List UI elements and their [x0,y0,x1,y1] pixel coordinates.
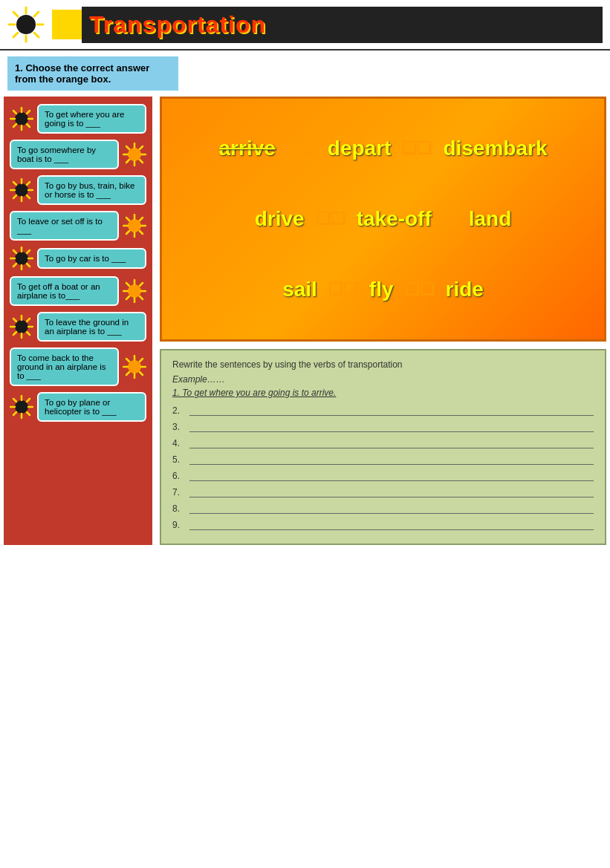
rewrite-title: Rewrite the sentences by using the verbs… [172,359,594,370]
svg-line-86 [13,399,16,402]
sun-icon-4 [123,214,146,238]
svg-line-15 [27,124,30,127]
clue-card-1: To get where you are going is to ___ [37,104,146,134]
vocab-word-disembark: disembark [443,137,547,160]
svg-line-79 [140,359,143,362]
instructions-text: Choose the correct answer from the orang… [15,62,149,85]
svg-line-53 [13,264,16,267]
rewrite-example-line: 1. To get where you are going is to arri… [172,388,594,398]
rewrite-line-3: 3. [172,420,594,432]
header-yellow-box [52,10,82,39]
svg-line-25 [140,146,143,149]
clue-card-2: To go somewhere by boat is to ___ [10,140,119,169]
svg-line-32 [13,182,16,185]
clue-item-9: To go by plane or helicopter is to ___ [10,392,146,422]
svg-line-41 [126,218,129,221]
clue-card-7: To leave the ground in an airplane is to… [37,312,146,342]
svg-line-26 [126,160,129,163]
svg-line-6 [34,33,39,37]
rewrite-example-label: Example…… [172,374,594,385]
svg-line-68 [13,319,16,322]
svg-line-44 [126,231,129,234]
svg-line-33 [27,195,30,198]
svg-line-5 [13,12,18,16]
clue-item-8: To come back to the ground in an airplan… [10,347,146,386]
clue-item-6: To get off a boat or an airplane is to__… [10,276,146,306]
rewrite-line-5: 5. [172,453,594,465]
vocab-word-takeoff: take-off [357,207,432,231]
header-sun-icon [7,6,45,43]
svg-line-35 [13,195,16,198]
main-layout: To get where you are going is to ___ To … [0,97,610,545]
rewrite-line-7: 7. [172,486,594,497]
vocab-word-depart: depart [328,137,392,160]
vocab-word-arrive: arrive [219,137,276,160]
clue-card-9: To go by plane or helicopter is to ___ [37,392,146,422]
svg-line-17 [13,124,16,127]
svg-line-70 [27,319,30,322]
clue-item-7: To leave the ground in an airplane is to… [10,312,146,342]
svg-line-71 [13,332,16,335]
svg-line-7 [34,12,39,16]
page-header: Transportation [0,0,610,50]
rewrite-line-6: 6. [172,469,594,481]
clue-item-3: To go by bus, train, bike or horse is to… [10,175,146,205]
svg-line-80 [126,372,129,375]
clue-item-4: To leave or set off is to ___ [10,211,146,241]
sun-icon-8 [123,355,146,379]
vocab-word-ride: ride [446,278,484,301]
rewrite-line-4: 4. [172,437,594,448]
clue-card-8: To come back to the ground in an airplan… [10,347,119,386]
svg-line-78 [140,372,143,375]
clues-column: To get where you are going is to ___ To … [4,97,152,545]
clue-card-5: To go by car is to ___ [37,248,146,269]
svg-line-69 [27,332,30,335]
page-title: Transportation [89,11,266,39]
vocab-word-fly: fly [369,278,394,301]
header-title-box: Transportation [82,7,603,43]
svg-line-52 [27,250,30,253]
instructions-number: 1. [15,62,23,74]
svg-line-62 [126,296,129,299]
svg-line-88 [27,399,30,402]
rewrite-line-8: 8. [172,502,594,514]
svg-point-0 [16,15,36,34]
vocab-box: arrive ❑❑ depart ❑❑ disembark drive ❑❑ t… [160,97,606,342]
vocab-row-2: drive ❑❑ take-off ❑ land [255,207,512,231]
sun-icon-2 [123,143,146,166]
svg-line-60 [140,296,143,299]
clue-item-5: To go by car is to ___ [10,247,146,270]
vocab-word-drive: drive [255,207,305,231]
rewrite-line-9: 9. [172,518,594,530]
clue-card-4: To leave or set off is to ___ [10,211,119,241]
svg-line-61 [140,283,143,286]
instructions-box: 1. Choose the correct answer from the or… [7,56,178,91]
svg-line-77 [126,359,129,362]
rewrite-line-2: 2. [172,404,594,416]
sun-icon-7 [10,315,33,339]
svg-line-24 [140,160,143,163]
svg-line-51 [27,264,30,267]
right-column: arrive ❑❑ depart ❑❑ disembark drive ❑❑ t… [160,97,606,545]
svg-line-89 [13,412,16,415]
clue-card-6: To get off a boat or an airplane is to__… [10,276,119,306]
sun-icon-5 [10,247,33,270]
vocab-word-land: land [469,207,512,231]
clue-item-2: To go somewhere by boat is to ___ [10,140,146,169]
svg-line-23 [126,146,129,149]
vocab-row-3: sail ❑❑ fly ❑❑ ride [282,278,484,301]
svg-line-42 [140,231,143,234]
sun-icon-1 [10,107,33,131]
svg-line-8 [13,33,18,37]
sun-icon-3 [10,178,33,202]
svg-line-14 [13,111,16,114]
clue-item-1: To get where you are going is to ___ [10,104,146,134]
svg-line-59 [126,283,129,286]
svg-line-43 [140,218,143,221]
svg-line-50 [13,250,16,253]
svg-line-34 [27,182,30,185]
svg-line-87 [27,412,30,415]
vocab-row-1: arrive ❑❑ depart ❑❑ disembark [219,137,548,160]
clue-card-3: To go by bus, train, bike or horse is to… [37,175,146,205]
rewrite-section: Rewrite the sentences by using the verbs… [160,349,606,545]
